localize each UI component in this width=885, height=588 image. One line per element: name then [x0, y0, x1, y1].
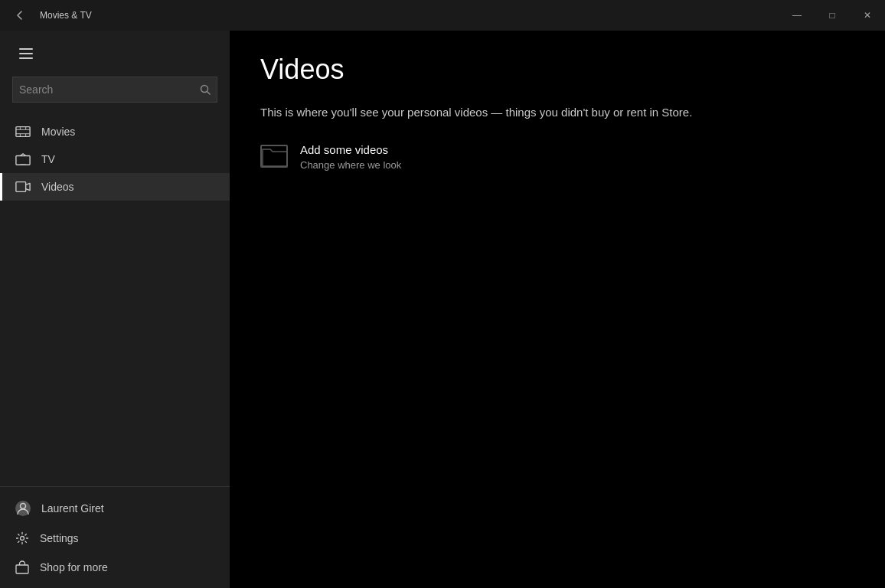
title-bar: Movies & TV — □ ✕	[0, 0, 885, 31]
search-box[interactable]	[12, 77, 217, 103]
user-label: Laurent Giret	[41, 502, 104, 514]
search-icon[interactable]	[200, 84, 211, 95]
change-where-link[interactable]: Change where we look	[300, 159, 401, 171]
sidebar-bottom: Laurent Giret Settings	[0, 486, 230, 588]
videos-icon	[15, 181, 31, 193]
close-button[interactable]: ✕	[850, 0, 885, 31]
add-videos-link[interactable]: Add some videos	[300, 143, 401, 156]
nav-items: Movies TV	[0, 112, 230, 486]
maximize-button[interactable]: □	[815, 0, 850, 31]
page-title: Videos	[260, 54, 854, 86]
svg-line-1	[207, 92, 211, 95]
sidebar-item-movies-label: Movies	[41, 126, 75, 138]
user-avatar	[15, 501, 31, 516]
sidebar-item-tv[interactable]: TV	[0, 145, 230, 173]
sidebar-item-settings[interactable]: Settings	[0, 524, 230, 553]
search-input[interactable]	[19, 83, 200, 96]
folder-icon	[260, 145, 288, 168]
title-bar-left: Movies & TV	[0, 5, 92, 26]
sidebar-item-videos-label: Videos	[41, 181, 74, 193]
hamburger-line-2	[19, 53, 33, 54]
shop-label: Shop for more	[40, 561, 108, 573]
svg-point-13	[21, 537, 24, 541]
add-videos-links: Add some videos Change where we look	[300, 143, 401, 171]
hamburger-button[interactable]	[12, 40, 40, 67]
svg-rect-11	[16, 182, 26, 192]
sidebar-item-user[interactable]: Laurent Giret	[0, 493, 230, 524]
shop-icon	[15, 560, 29, 574]
app-body: Movies TV	[0, 31, 885, 588]
title-bar-controls: — □ ✕	[779, 0, 885, 31]
svg-point-12	[21, 504, 26, 509]
hamburger-line-1	[19, 48, 33, 50]
description-text: This is where you'll see your personal v…	[260, 104, 854, 122]
tv-icon	[15, 153, 31, 165]
back-button[interactable]	[9, 5, 31, 26]
sidebar-item-tv-label: TV	[41, 153, 55, 165]
svg-rect-14	[16, 565, 28, 573]
svg-rect-9	[16, 155, 30, 165]
sidebar-item-movies[interactable]: Movies	[0, 118, 230, 145]
app-title: Movies & TV	[40, 10, 92, 21]
app-window: Movies & TV — □ ✕	[0, 0, 885, 588]
settings-icon	[15, 531, 29, 545]
sidebar: Movies TV	[0, 31, 230, 588]
sidebar-top	[0, 31, 230, 112]
settings-label: Settings	[40, 532, 79, 544]
sidebar-item-shop[interactable]: Shop for more	[0, 553, 230, 582]
movies-icon	[15, 126, 31, 138]
main-content: Videos This is where you'll see your per…	[230, 31, 885, 588]
hamburger-line-3	[19, 57, 33, 59]
add-videos-section: Add some videos Change where we look	[260, 143, 854, 171]
svg-rect-2	[16, 127, 30, 137]
minimize-button[interactable]: —	[779, 0, 815, 31]
sidebar-item-videos[interactable]: Videos	[0, 173, 230, 201]
